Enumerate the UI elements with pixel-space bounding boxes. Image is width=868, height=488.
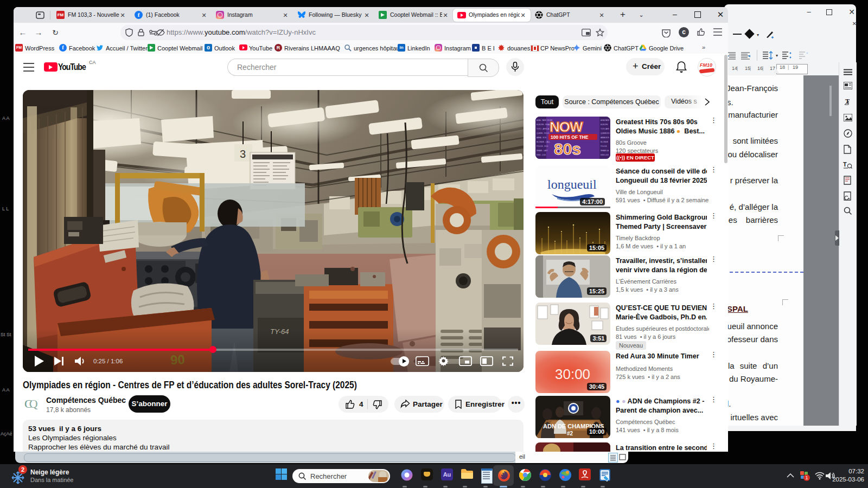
svg-text:NOW: NOW (550, 119, 583, 135)
svg-text:80s: 80s (554, 140, 581, 158)
svg-text:EUROPE - FINAL: EUROPE - FINAL (537, 124, 551, 126)
svg-text:TOTO - AFRICA: TOTO - AFRICA (537, 128, 550, 130)
svg-text:A HA TAKE: A HA TAKE (601, 119, 609, 121)
svg-text:EUROPE: EUROPE (601, 124, 608, 126)
svg-text:POLICE: POLICE (601, 145, 607, 147)
svg-text:longueuil: longueuil (547, 177, 597, 191)
svg-text:QUEEN RO: QUEEN RO (601, 132, 610, 134)
svg-text:WHAM LA: WHAM LA (601, 150, 609, 152)
svg-text:T: T (845, 98, 850, 105)
svg-text:KISS - LICK: KISS - LICK (537, 154, 546, 156)
svg-text:BLONDIE - CALL: BLONDIE - CALL (537, 141, 550, 143)
svg-text:TOTO AFR: TOTO AFR (601, 128, 610, 130)
svg-text:KISS LICK: KISS LICK (601, 154, 609, 156)
svg-text:BLONDIE: BLONDIE (601, 141, 608, 143)
svg-text:T: T (843, 161, 847, 168)
svg-text:WHAM - LAST: WHAM - LAST (537, 150, 548, 152)
svg-text:QUEEN - ROCK: QUEEN - ROCK (537, 132, 550, 134)
svg-text:30:00: 30:00 (555, 366, 590, 382)
svg-text:ABBA - SOS: ABBA - SOS (537, 137, 546, 139)
svg-text:#2: #2 (567, 431, 573, 436)
svg-text:ABBA SOS: ABBA SOS (601, 137, 609, 139)
svg-text:POLICE - ROX: POLICE - ROX (537, 145, 548, 147)
svg-text:100 HITS OF THE: 100 HITS OF THE (551, 134, 589, 140)
